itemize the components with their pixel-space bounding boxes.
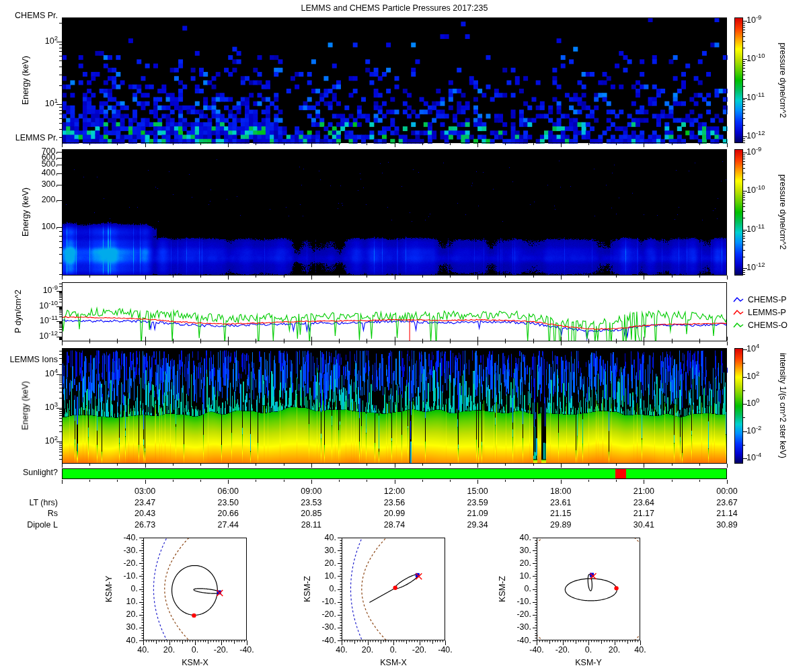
ions-ytick: 103 — [0, 403, 58, 412]
orbit1-x-axis-title: KSM-X — [143, 659, 247, 667]
colorbar3-tick: 104 — [746, 345, 759, 353]
ephemeris-value: 26.73 — [125, 521, 165, 530]
colorbar2-tick: 10-12 — [746, 263, 765, 272]
orbit-xtick: 20. — [155, 646, 184, 655]
colorbar1-tick: 10-12 — [746, 132, 765, 140]
orbit-xtick: -40. — [522, 646, 551, 655]
orbit-ytick: 20. — [307, 559, 336, 568]
time-tick-label: 03:00 — [125, 487, 165, 496]
sunlight-label: Sunlight? — [0, 468, 58, 477]
ephemeris-value: 21.14 — [707, 509, 747, 518]
orbit-xtick: 0. — [574, 646, 603, 655]
pressure-ytick: 10-11 — [0, 317, 58, 325]
pressure-ytick: 10-9 — [0, 286, 58, 295]
ions-ytick: 104 — [0, 370, 58, 378]
ephemeris-value: 23.61 — [541, 499, 581, 507]
orbit-ytick: 0. — [502, 585, 531, 593]
orbit-ytick: -30. — [108, 546, 138, 555]
colorbar1-tick: 10-9 — [746, 16, 761, 25]
orbit-xtick: 40. — [327, 646, 356, 655]
time-tick-label: 21:00 — [623, 487, 664, 496]
y-axis-title-chems: Energy (keV) — [22, 13, 30, 148]
time-tick-label: 00:00 — [707, 487, 747, 496]
legend-item-lemms-p: LEMMS-P — [748, 308, 786, 317]
orbit-ytick: 10. — [502, 572, 531, 581]
orbit-ytick: -30. — [502, 623, 531, 632]
orbit-xtick: 20. — [353, 646, 383, 655]
orbit-xtick: -20. — [206, 646, 236, 655]
orbit-ytick: 30. — [307, 546, 336, 555]
orbit-ytick: -20. — [108, 559, 138, 568]
colorbar1-tick: 10-10 — [746, 54, 765, 63]
ephemeris-value: 20.43 — [125, 509, 165, 518]
ephemeris-value: 23.67 — [707, 499, 747, 507]
pressure-ytick: 10-10 — [0, 302, 58, 310]
ephemeris-value: 21.17 — [623, 509, 664, 518]
colorbar2-tick: 10-11 — [746, 225, 765, 234]
ephemeris-value: 20.99 — [375, 509, 415, 518]
colorbar1-tick: 10-11 — [746, 93, 765, 102]
orbit-ytick: 30. — [502, 546, 531, 555]
ephemeris-value: 28.11 — [291, 521, 332, 530]
chems-ytick: 101 — [0, 99, 58, 108]
figure-page: LEMMS and CHEMS Particle Pressures 2017:… — [0, 0, 807, 672]
ephemeris-value: 20.85 — [291, 509, 332, 518]
orbit-ytick: -40. — [502, 636, 531, 645]
orbit-ytick: -20. — [307, 610, 336, 619]
colorbar3-tick: 102 — [746, 372, 759, 381]
ephemeris-value: 23.47 — [125, 499, 165, 507]
ephemeris-row-label-dipole: Dipole L — [0, 521, 58, 530]
pressure-ytick: 10-12 — [0, 332, 58, 341]
ephemeris-row-label-lt: LT (hrs) — [0, 499, 58, 507]
orbit-ytick: -10. — [307, 597, 336, 606]
ephemeris-value: 23.64 — [623, 499, 664, 507]
orbit-ytick: 20. — [108, 610, 138, 619]
colorbar-intensity-title: intensity 1/(s cm^2 ster keV) — [778, 325, 787, 487]
lemms-ytick: 200. — [0, 196, 58, 204]
orbit-ytick: -20. — [502, 610, 531, 619]
orbit-ytick: 30. — [108, 623, 138, 632]
ephemeris-value: 29.89 — [541, 521, 581, 530]
orbit-ytick: 40. — [307, 534, 336, 542]
ephemeris-value: 20.66 — [208, 509, 248, 518]
time-tick-label: 18:00 — [541, 487, 581, 496]
time-tick-label: 12:00 — [375, 487, 415, 496]
orbit-xtick: -20. — [405, 646, 434, 655]
orbit-ytick: 20. — [502, 559, 531, 568]
ephemeris-value: 23.53 — [291, 499, 332, 507]
lemms-ytick: 300. — [0, 180, 58, 189]
orbit-ytick: -40. — [108, 534, 138, 542]
ephemeris-value: 21.09 — [457, 509, 498, 518]
orbit-xtick: -40. — [430, 646, 460, 655]
orbit-ytick: -40. — [307, 636, 336, 645]
orbit-ytick: 0. — [108, 585, 138, 593]
ephemeris-value: 23.59 — [457, 499, 498, 507]
ephemeris-row-label-rs: Rs — [0, 509, 58, 518]
ephemeris-value: 30.89 — [707, 521, 747, 530]
orbit-ytick: 0. — [307, 585, 336, 593]
orbit-xtick: 0. — [180, 646, 210, 655]
colorbar2-tick: 10-9 — [746, 148, 761, 157]
ions-ytick: 102 — [0, 437, 58, 446]
lemms-ytick: 400. — [0, 169, 58, 177]
legend-item-chems-p: CHEMS-P — [748, 296, 787, 304]
colorbar3-tick: 10-2 — [746, 427, 761, 435]
time-tick-label: 06:00 — [208, 487, 248, 496]
orbit-xtick: 40. — [625, 646, 655, 655]
legend-item-chems-o: CHEMS-O — [748, 321, 787, 330]
orbit-xtick: -40. — [232, 646, 262, 655]
ephemeris-value: 21.15 — [541, 509, 581, 518]
orbit-ytick: -10. — [108, 572, 138, 581]
figure-title: LEMMS and CHEMS Particle Pressures 2017:… — [62, 4, 727, 13]
ephemeris-value: 27.44 — [208, 521, 248, 530]
orbit3-x-axis-title: KSM-Y — [537, 659, 640, 667]
orbit-ytick: 40. — [502, 534, 531, 542]
orbit-xtick: 20. — [600, 646, 629, 655]
ephemeris-value: 23.56 — [375, 499, 415, 507]
ephemeris-value: 30.41 — [623, 521, 664, 530]
orbit-xtick: 40. — [128, 646, 158, 655]
colorbar2-tick: 10-10 — [746, 186, 765, 195]
orbit-xtick: 0. — [379, 646, 408, 655]
ephemeris-value: 28.74 — [375, 521, 415, 530]
lemms-ytick: 100. — [0, 222, 58, 231]
